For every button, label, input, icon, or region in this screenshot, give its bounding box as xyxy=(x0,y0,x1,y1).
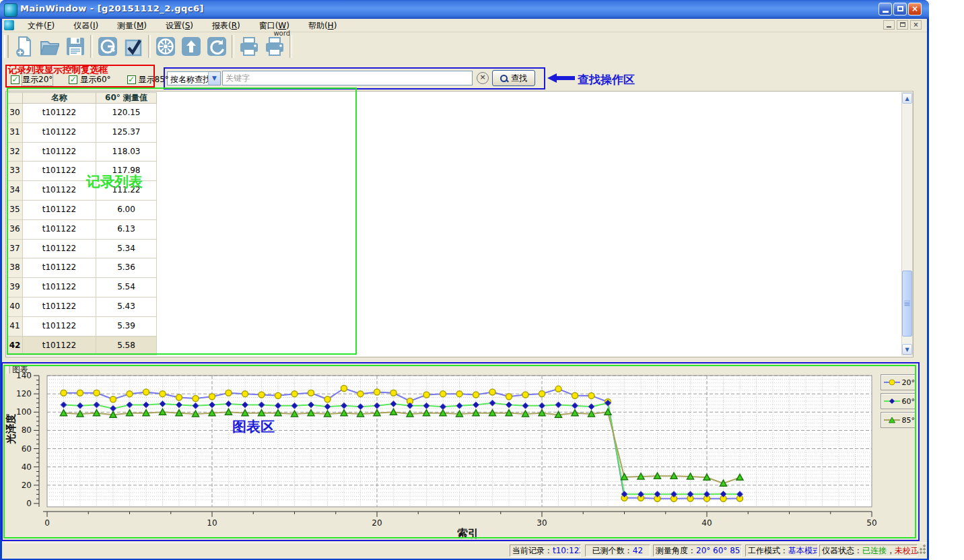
status-text: 已连接 xyxy=(862,546,887,555)
toolbar-separator xyxy=(148,35,151,58)
table-row[interactable]: 31 t101122 125.37 xyxy=(7,123,157,143)
table-row[interactable]: 33 t101122 117.98 xyxy=(7,162,157,181)
menu-item-measure[interactable]: 测量(M) xyxy=(108,19,156,32)
row-number: 32 xyxy=(7,143,23,162)
status-text: 基本模式 xyxy=(788,546,818,555)
column-header-name[interactable]: 名称 xyxy=(23,92,96,104)
table-row[interactable]: 40 t101122 5.43 xyxy=(7,298,157,317)
maximize-icon xyxy=(897,6,903,11)
word-badge: word xyxy=(273,30,290,37)
toolbar-grip[interactable] xyxy=(4,35,9,58)
open-button[interactable] xyxy=(37,34,63,59)
svg-text:50: 50 xyxy=(866,518,876,528)
status-text: t10:122 xyxy=(553,546,581,555)
close-button[interactable]: × xyxy=(908,3,922,15)
minimize-button[interactable] xyxy=(879,3,892,15)
chevron-down-icon[interactable]: ▼ xyxy=(208,72,220,85)
mdi-minimize-button[interactable] xyxy=(883,20,895,30)
measure-value-cell: 120.15 xyxy=(96,104,157,123)
status-text: ， xyxy=(887,546,895,555)
find-button-label: 查找 xyxy=(511,73,527,84)
status-text: 已测个数： xyxy=(592,546,633,555)
menu-item-settings[interactable]: 设置(S) xyxy=(156,19,203,32)
toolbar-separator xyxy=(289,35,292,58)
mdi-close-button[interactable]: × xyxy=(910,20,922,30)
checkbox-check-icon: ✓ xyxy=(127,75,136,84)
table-row[interactable]: 41 t101122 5.39 xyxy=(7,317,157,337)
display-checkbox-60deg[interactable]: ✓显示60° xyxy=(69,74,110,85)
table-row[interactable]: 37 t101122 5.34 xyxy=(7,240,157,259)
row-number: 39 xyxy=(7,278,23,298)
legend-marker-icon xyxy=(884,397,900,405)
menu-items: 文件(F)仪器(I)测量(M)设置(S)报表(R)窗口(W)帮助(H) xyxy=(18,19,346,32)
table-row[interactable]: 30 t101122 120.15 xyxy=(7,104,157,123)
status-instrument-state: 仪器状态：已连接，未校正 xyxy=(819,545,918,557)
toolbar: word xyxy=(2,32,927,61)
find-button[interactable]: 查找 xyxy=(492,70,535,86)
display-checkbox-20deg[interactable]: ✓显示20° xyxy=(11,74,53,85)
table-row[interactable]: 36 t101122 6.13 xyxy=(7,220,157,240)
table-row[interactable]: 34 t101122 111.22 xyxy=(7,181,157,201)
checkbox-check-icon: ✓ xyxy=(11,75,20,84)
table-row[interactable]: 35 t101122 6.00 xyxy=(7,201,157,220)
row-number: 41 xyxy=(7,317,23,337)
scroll-up-button[interactable]: ▲ xyxy=(902,93,912,104)
table-row[interactable]: 32 t101122 118.03 xyxy=(7,143,157,162)
column-header-value[interactable]: 60° 测量值 xyxy=(96,92,157,104)
svg-text:索引: 索引 xyxy=(457,527,479,540)
display-checkbox-85deg[interactable]: ✓显示85° xyxy=(127,74,169,85)
status-text: 当前记录： xyxy=(512,546,553,555)
statistics-button[interactable] xyxy=(95,34,120,59)
table-row[interactable]: 39 t101122 5.54 xyxy=(7,278,157,298)
svg-text:140: 140 xyxy=(16,371,32,380)
menu-item-file[interactable]: 文件(F) xyxy=(18,19,64,32)
row-number: 42 xyxy=(7,337,23,356)
svg-text:40: 40 xyxy=(701,518,712,528)
record-name-cell: t101122 xyxy=(23,181,96,201)
save-button[interactable] xyxy=(63,34,88,59)
measure-value-cell: 5.58 xyxy=(96,337,157,356)
menu-item-help[interactable]: 帮助(H) xyxy=(299,19,346,32)
table-row[interactable]: 38 t101122 5.36 xyxy=(7,258,157,278)
legend-item-20deg[interactable]: 20° xyxy=(881,374,916,390)
svg-text:0: 0 xyxy=(44,518,50,528)
scroll-down-button[interactable]: ▼ xyxy=(902,344,912,355)
status-measure-angles: 测量角度：20° 60° 85° xyxy=(653,545,742,557)
svg-text:20: 20 xyxy=(22,481,32,490)
title-bar[interactable]: MainWindow - [g20151112_2.gqc6] × xyxy=(0,0,929,19)
measure-value-cell: 5.34 xyxy=(96,240,157,259)
export-word-button[interactable]: word xyxy=(262,34,287,59)
new-button[interactable] xyxy=(11,34,37,59)
resize-grip[interactable] xyxy=(916,544,926,555)
search-mode-select[interactable]: 按名称查找 ▼ xyxy=(167,71,221,85)
legend-item-60deg[interactable]: 60° xyxy=(881,393,916,409)
legend-label: 60° xyxy=(902,397,916,406)
record-name-cell: t101122 xyxy=(23,298,96,317)
mdi-restore-button[interactable] xyxy=(897,20,908,30)
maximize-button[interactable] xyxy=(893,3,907,15)
vertical-scrollbar[interactable]: ▲ ▼ xyxy=(901,92,913,355)
upload-button[interactable] xyxy=(178,34,204,59)
measure-value-cell: 5.54 xyxy=(96,278,157,298)
menu-item-report[interactable]: 报表(R) xyxy=(203,19,250,32)
keyword-input[interactable] xyxy=(222,71,473,85)
legend-item-85deg[interactable]: 85° xyxy=(881,412,916,428)
verify-button[interactable] xyxy=(120,34,146,59)
instrument-wheel-button[interactable] xyxy=(153,34,178,59)
row-number: 40 xyxy=(7,298,23,317)
svg-text:60: 60 xyxy=(22,444,32,454)
measure-value-cell: 125.37 xyxy=(96,123,157,143)
sync-button[interactable] xyxy=(204,34,230,59)
table-row[interactable]: 42 t101122 5.58 xyxy=(7,337,157,356)
row-number: 34 xyxy=(7,181,23,201)
record-name-cell: t101122 xyxy=(23,220,96,240)
legend-marker-icon xyxy=(884,416,900,424)
scrollbar-thumb[interactable] xyxy=(902,271,912,337)
clear-search-button[interactable]: × xyxy=(477,72,489,84)
print-button[interactable] xyxy=(236,34,262,59)
measure-value-cell: 6.00 xyxy=(96,201,157,220)
record-table: 名称60° 测量值30 t101122 120.1531 t101122 125… xyxy=(7,92,157,355)
mdi-child-icon[interactable] xyxy=(4,20,14,30)
svg-text:0: 0 xyxy=(26,499,32,508)
menu-item-instrument[interactable]: 仪器(I) xyxy=(64,19,108,32)
